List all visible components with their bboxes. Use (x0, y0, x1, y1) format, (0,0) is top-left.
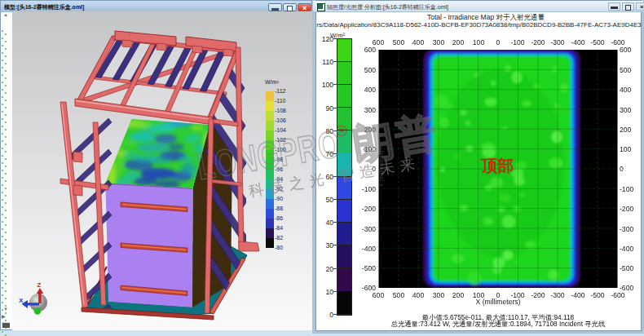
svg-text:X: X (19, 297, 24, 304)
svg-text:Z: Z (37, 281, 42, 289)
svg-text:顶部: 顶部 (480, 157, 514, 175)
svg-text:Y (millimeters): Y (millimeters) (378, 151, 385, 188)
